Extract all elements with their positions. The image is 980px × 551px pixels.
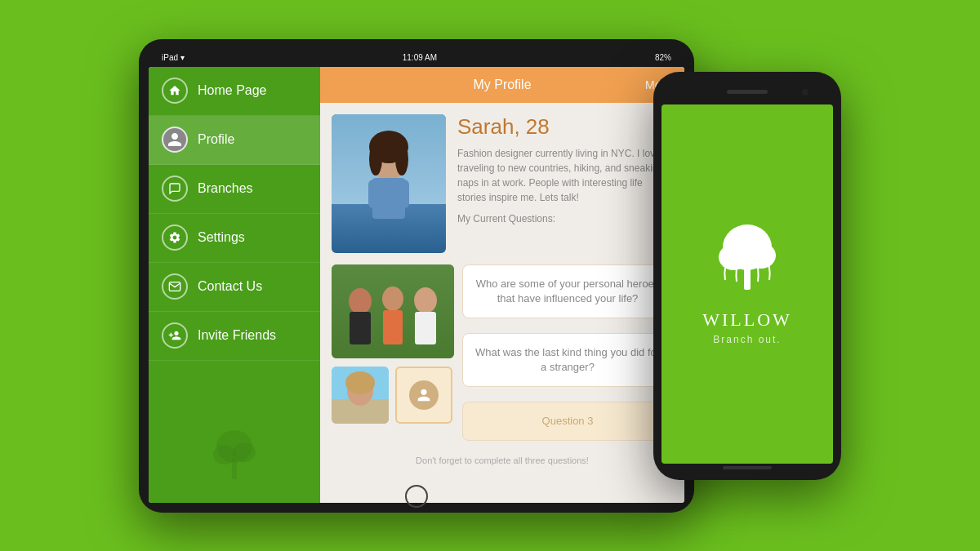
small-photos-row — [332, 367, 454, 424]
selfie-photo — [332, 367, 389, 424]
svg-rect-12 — [399, 180, 409, 208]
iphone-camera — [802, 89, 808, 96]
sidebar-tree-watermark — [210, 426, 259, 487]
status-right: 82% — [655, 53, 671, 62]
iphone-speaker — [727, 90, 768, 94]
profile-content: Sarah, 28 Fashion designer currently liv… — [320, 103, 684, 503]
svg-point-26 — [746, 242, 776, 269]
bottom-note: Don't forget to complete all three quest… — [332, 449, 673, 465]
question-card-1[interactable]: Who are some of your personal heroes tha… — [462, 264, 673, 318]
svg-point-16 — [382, 287, 403, 311]
iphone-top — [662, 80, 833, 104]
questions-label: My Current Questions: — [457, 213, 673, 224]
profile-name: Sarah, 28 — [457, 114, 673, 140]
sidebar-label-contact: Contact Us — [198, 279, 262, 294]
question-card-2[interactable]: What was the last kind thing you did for… — [462, 333, 673, 387]
willow-tree-icon — [710, 223, 784, 296]
gear-icon — [162, 224, 188, 251]
photo-column — [332, 264, 454, 450]
status-left: iPad ▾ — [162, 53, 185, 62]
sidebar-label-branches: Branches — [198, 181, 253, 196]
sidebar-item-settings[interactable]: Settings — [149, 214, 320, 263]
profile-photo-girl — [332, 114, 446, 253]
add-photo-icon — [409, 380, 439, 410]
willow-app-title: WILLOW — [702, 309, 792, 331]
status-center: 11:09 AM — [403, 53, 437, 62]
person-add-icon — [162, 322, 188, 349]
svg-rect-11 — [368, 180, 378, 208]
chat-bubble-icon — [162, 176, 188, 202]
sidebar: Home Page Profile Branches — [149, 67, 320, 503]
svg-rect-27 — [744, 265, 751, 290]
house-icon — [162, 78, 188, 104]
profile-bio: Fashion designer currently living in NYC… — [457, 146, 673, 205]
willow-app-tagline: Branch out. — [713, 334, 781, 345]
svg-rect-17 — [383, 310, 403, 344]
envelope-icon — [162, 273, 188, 300]
svg-point-14 — [349, 288, 372, 314]
svg-rect-3 — [232, 459, 237, 479]
ipad-status-bar: iPad ▾ 11:09 AM 82% — [149, 49, 684, 67]
profile-photo-main — [332, 114, 446, 253]
profile-header-title: My Profile — [473, 78, 531, 92]
questions-section: Who are some of your personal heroes tha… — [332, 264, 673, 450]
ipad-home-button[interactable] — [405, 485, 428, 508]
sidebar-item-home[interactable]: Home Page — [149, 67, 320, 116]
profile-info: Sarah, 28 Fashion designer currently liv… — [457, 114, 673, 253]
family-photo — [332, 264, 454, 358]
ipad-screen: Home Page Profile Branches — [149, 67, 684, 503]
sidebar-label-home: Home Page — [198, 83, 267, 98]
profile-top-section: Sarah, 28 Fashion designer currently liv… — [332, 114, 673, 253]
photo-thumb-selfie — [332, 367, 389, 424]
svg-point-18 — [414, 287, 437, 313]
sidebar-item-invite[interactable]: Invite Friends — [149, 312, 320, 361]
svg-point-8 — [369, 143, 382, 176]
profile-avatar-icon — [162, 127, 188, 153]
sidebar-label-invite: Invite Friends — [198, 328, 276, 343]
profile-header: My Profile More — [320, 67, 684, 103]
ipad-device: iPad ▾ 11:09 AM 82% Home Page — [139, 39, 694, 513]
svg-point-25 — [719, 244, 748, 270]
iphone-screen: WILLOW Branch out. — [662, 104, 833, 464]
photo-thumb-family — [332, 264, 454, 358]
question-cards: Who are some of your personal heroes tha… — [462, 264, 673, 450]
svg-point-9 — [395, 143, 408, 176]
question-card-3[interactable]: Question 3 — [462, 402, 673, 441]
sidebar-item-contact[interactable]: Contact Us — [149, 263, 320, 312]
svg-rect-15 — [350, 312, 371, 344]
sidebar-item-branches[interactable]: Branches — [149, 165, 320, 214]
svg-rect-19 — [415, 312, 436, 344]
sidebar-item-profile[interactable]: Profile — [149, 116, 320, 165]
add-photo-button[interactable] — [395, 367, 452, 424]
iphone-home-bar — [723, 466, 772, 469]
profile-main: My Profile More — [320, 67, 684, 503]
sidebar-label-settings: Settings — [198, 230, 245, 245]
svg-point-23 — [345, 371, 375, 394]
iphone-device: WILLOW Branch out. — [653, 72, 841, 480]
iphone-bottom — [662, 464, 833, 472]
sidebar-label-profile: Profile — [198, 132, 234, 147]
